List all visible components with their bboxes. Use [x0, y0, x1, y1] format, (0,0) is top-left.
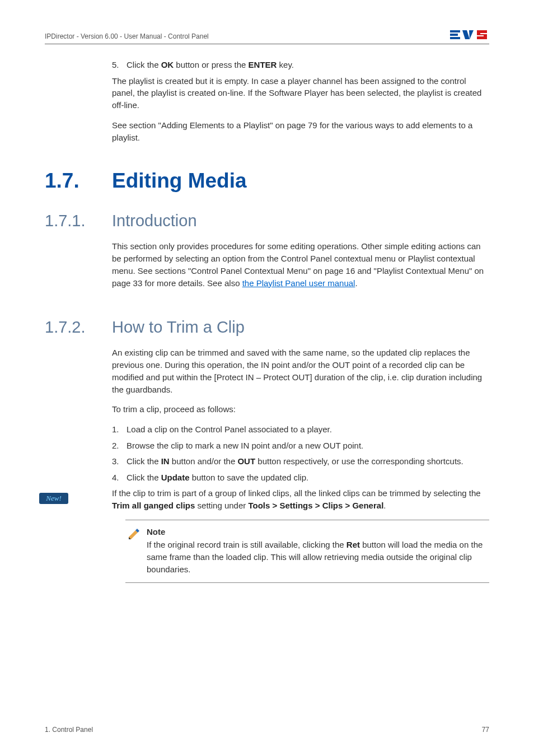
heading-2-text: Introduction — [112, 212, 197, 230]
page-footer: 1. Control Panel 77 — [45, 726, 489, 734]
heading-2-intro: 1.7.1. Introduction — [45, 212, 489, 230]
intro-paragraph: This section only provides procedures fo… — [112, 240, 489, 289]
step-text: Browse the clip to mark a new IN point a… — [127, 440, 489, 452]
paragraph: The playlist is created but it is empty.… — [112, 75, 489, 111]
paragraph: See section "Adding Elements to a Playli… — [112, 119, 489, 144]
note-text: If the original record train is still av… — [147, 539, 488, 575]
svg-marker-8 — [129, 530, 138, 539]
svg-marker-5 — [469, 30, 474, 39]
trim-paragraph-1: An existing clip can be trimmed and save… — [112, 347, 489, 395]
step-number: 1. — [112, 423, 127, 436]
header-breadcrumb: IPDirector - Version 6.00 - User Manual … — [45, 32, 209, 40]
evs-logo-icon — [450, 29, 489, 40]
step-text: Click the Update button to save the upda… — [127, 472, 489, 484]
heading-1: 1.7. Editing Media — [45, 169, 489, 193]
linked-clips-paragraph: If the clip to trim is part of a group o… — [112, 487, 489, 512]
evs-logo — [450, 29, 489, 40]
svg-rect-1 — [450, 34, 458, 36]
footer-page-number: 77 — [482, 726, 489, 734]
heading-2-number: 1.7.1. — [45, 212, 112, 230]
trim-step-4: 4. Click the Update button to save the u… — [112, 472, 489, 484]
new-badge-icon: New! — [38, 489, 69, 507]
trim-step-2: 2. Browse the clip to mark a new IN poin… — [112, 440, 489, 452]
trim-step-3: 3. Click the IN button and/or the OUT bu… — [112, 455, 489, 468]
step-number: 5. — [112, 59, 127, 72]
note-body: Note If the original record train is sti… — [147, 526, 488, 576]
svg-rect-2 — [450, 37, 460, 39]
svg-rect-0 — [450, 30, 460, 32]
step-text: Click the OK button or press the ENTER k… — [127, 59, 489, 72]
page-header: IPDirector - Version 6.00 - User Manual … — [45, 29, 489, 44]
step-text: Load a clip on the Control Panel associa… — [127, 423, 489, 436]
heading-2-text: How to Trim a Clip — [112, 318, 245, 337]
svg-text:New!: New! — [45, 494, 61, 502]
step-text: Click the IN button and/or the OUT butto… — [127, 455, 489, 468]
step-5: 5. Click the OK button or press the ENTE… — [112, 59, 489, 72]
footer-section: 1. Control Panel — [45, 726, 93, 734]
step-number: 4. — [112, 472, 127, 484]
step-number: 3. — [112, 455, 127, 468]
pencil-icon — [127, 527, 141, 542]
trim-step-1: 1. Load a clip on the Control Panel asso… — [112, 423, 489, 436]
heading-2-trim: 1.7.2. How to Trim a Clip — [45, 318, 489, 337]
note-icon — [127, 526, 142, 576]
note-block: Note If the original record train is sti… — [125, 520, 489, 583]
heading-1-text: Editing Media — [112, 169, 247, 193]
playlist-panel-link[interactable]: the Playlist Panel user manual — [242, 278, 355, 288]
heading-2-number: 1.7.2. — [45, 318, 112, 337]
note-title: Note — [147, 526, 488, 538]
heading-1-number: 1.7. — [45, 169, 112, 193]
trim-paragraph-2: To trim a clip, proceed as follows: — [112, 403, 489, 416]
step-number: 2. — [112, 440, 127, 452]
new-badge: New! — [38, 489, 69, 507]
